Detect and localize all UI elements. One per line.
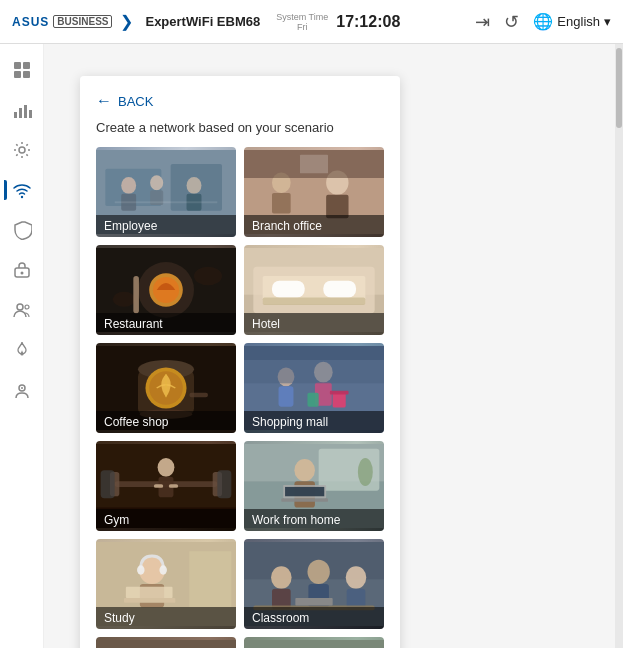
wifi-icon	[12, 180, 32, 200]
sidebar-item-firewall[interactable]	[4, 332, 40, 368]
back-arrow-icon: ←	[96, 92, 112, 110]
vpn-icon	[12, 260, 32, 280]
device-name: ExpertWiFi EBM68	[145, 14, 260, 29]
svg-point-13	[25, 305, 29, 309]
scenario-tile-branch-office[interactable]: Branch office	[244, 147, 384, 237]
svg-rect-33	[300, 155, 328, 174]
scenario-tile-employee[interactable]: Employee	[96, 147, 236, 237]
svg-rect-93	[189, 551, 231, 607]
modal-subtitle: Create a network based on your scenario	[96, 120, 384, 135]
svg-point-80	[294, 459, 315, 481]
svg-rect-4	[14, 112, 17, 118]
sidebar-item-vpn[interactable]	[4, 252, 40, 288]
back-label: BACK	[118, 94, 153, 109]
svg-rect-60	[330, 391, 349, 395]
tile-label-branch-office: Branch office	[244, 215, 384, 237]
svg-rect-25	[115, 201, 218, 203]
svg-rect-40	[133, 276, 139, 313]
tile-label-employee: Employee	[96, 215, 236, 237]
svg-rect-45	[272, 281, 305, 298]
svg-point-9	[20, 196, 22, 198]
content-area: ← BACK Create a network based on your sc…	[44, 44, 623, 648]
svg-rect-2	[14, 71, 21, 78]
admin-icon	[12, 380, 32, 400]
svg-rect-47	[263, 297, 366, 304]
security-icon	[12, 220, 32, 240]
tile-label-coffee-shop: Coffee shop	[96, 411, 236, 433]
svg-rect-73	[169, 484, 178, 488]
svg-point-8	[19, 147, 25, 153]
svg-point-98	[307, 560, 329, 584]
svg-rect-75	[101, 470, 115, 498]
svg-point-19	[121, 177, 136, 194]
scenario-tile-extra1[interactable]	[96, 637, 236, 648]
tile-label-gym: Gym	[96, 509, 236, 531]
users-icon	[12, 300, 32, 320]
sidebar	[0, 44, 44, 648]
language-selector[interactable]: 🌐 English ▾	[533, 12, 611, 31]
svg-point-100	[346, 566, 367, 588]
scenario-tile-work-from-home[interactable]: Work from home	[244, 441, 384, 531]
globe-icon: 🌐	[533, 12, 553, 31]
topbar: ASUS BUSINESS ❯ ExpertWiFi EBM68 System …	[0, 0, 623, 44]
sidebar-item-wifi[interactable]	[4, 172, 40, 208]
time-label-day: Fri	[297, 22, 308, 32]
svg-point-38	[113, 292, 135, 307]
scenario-tile-study[interactable]: Study	[96, 539, 236, 629]
scenario-modal: ← BACK Create a network based on your sc…	[80, 76, 400, 648]
sidebar-item-security[interactable]	[4, 212, 40, 248]
sidebar-item-admin[interactable]	[4, 372, 40, 408]
svg-point-23	[187, 177, 202, 194]
time-label-top: System Time	[276, 12, 328, 22]
svg-rect-72	[154, 484, 163, 488]
settings-icon	[12, 140, 32, 160]
refresh-icon[interactable]: ↺	[504, 11, 519, 33]
svg-rect-108	[244, 640, 384, 648]
svg-point-88	[137, 565, 144, 574]
scenario-tile-coffee-shop[interactable]: Coffee shop	[96, 343, 236, 433]
svg-point-12	[17, 304, 23, 310]
time-block: System Time Fri	[276, 12, 328, 32]
dashboard-icon	[12, 60, 32, 80]
chart-icon	[12, 100, 32, 120]
scenario-tile-gym[interactable]: Gym	[96, 441, 236, 531]
svg-point-11	[20, 272, 23, 275]
scenario-grid: Employee	[96, 147, 384, 648]
scenario-tile-hotel[interactable]: Hotel	[244, 245, 384, 335]
sidebar-item-settings[interactable]	[4, 132, 40, 168]
scenario-tile-extra2[interactable]	[244, 637, 384, 648]
svg-rect-54	[189, 393, 208, 398]
svg-rect-65	[244, 346, 384, 360]
svg-point-96	[271, 566, 292, 588]
sidebar-item-chart[interactable]	[4, 92, 40, 128]
firewall-icon	[12, 340, 32, 360]
scenario-tile-shopping-mall[interactable]: Shopping mall	[244, 343, 384, 433]
sidebar-item-users[interactable]	[4, 292, 40, 328]
scenario-tile-classroom[interactable]: Classroom	[244, 539, 384, 629]
svg-point-85	[358, 458, 373, 486]
svg-point-89	[159, 565, 166, 574]
scenario-tile-restaurant[interactable]: Restaurant	[96, 245, 236, 335]
tile-label-restaurant: Restaurant	[96, 313, 236, 335]
svg-rect-1	[23, 62, 30, 69]
svg-point-15	[21, 387, 23, 389]
tile-label-hotel: Hotel	[244, 313, 384, 335]
system-time: 17:12:08	[336, 13, 400, 31]
signout-icon[interactable]: ⇥	[475, 11, 490, 33]
svg-rect-82	[281, 498, 328, 502]
back-button[interactable]: ← BACK	[96, 92, 384, 110]
scrollbar[interactable]	[615, 44, 623, 648]
svg-rect-0	[14, 62, 21, 69]
scrollbar-thumb[interactable]	[616, 48, 622, 128]
svg-rect-7	[29, 110, 32, 118]
svg-point-39	[194, 267, 222, 286]
svg-rect-103	[295, 598, 332, 605]
tile-label-work-from-home: Work from home	[244, 509, 384, 531]
logo-chevron: ❯	[120, 12, 133, 31]
svg-point-21	[150, 175, 163, 190]
sidebar-item-dashboard[interactable]	[4, 52, 40, 88]
svg-rect-29	[272, 193, 291, 214]
svg-rect-91	[124, 598, 175, 603]
svg-rect-104	[96, 640, 236, 648]
svg-rect-92	[126, 587, 173, 598]
